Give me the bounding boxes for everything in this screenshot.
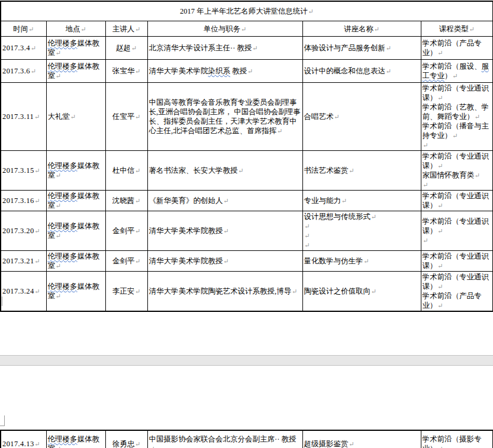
text-run: 北京清华大学设计系主任·· 教授	[149, 44, 252, 52]
table-title[interactable]: 2017 年上半年北艺名师大讲堂信息统计↵	[1, 1, 493, 21]
table-cell[interactable]: 清华大学美术学院教授↵	[147, 251, 302, 272]
return-mark: ↵	[55, 232, 61, 239]
table-cell[interactable]: 赵超↵	[105, 37, 147, 60]
table-cell[interactable]: 学术前沿（专业通识课）↵学术前沿（产品专业）↵	[421, 272, 493, 312]
paragraph: 中国摄影协会家联合会北京分会副主席·· 教授↵	[149, 434, 301, 448]
return-mark: ↵	[134, 25, 140, 33]
table-cell[interactable]: 2017.3.15↵	[1, 151, 46, 191]
table-cell[interactable]: 2017.3.20↵	[1, 211, 46, 251]
text-run: 学术前沿（专业通识课）	[423, 217, 489, 235]
table-cell[interactable]: 伦理楼多媒体教室↵	[46, 272, 105, 312]
table-cell[interactable]: 伦理楼多媒体教室↵	[46, 251, 105, 272]
table-cell[interactable]: 量化数学与仿生学↵	[302, 251, 421, 272]
table-cell[interactable]: 清华大学美术学院陶瓷艺术设计系教授,博导↵	[147, 272, 302, 312]
table-cell[interactable]: 伦理楼多媒体教室↵	[46, 191, 105, 211]
paragraph: 量化数学与仿生学↵	[304, 256, 420, 266]
paragraph: 设计思想与传统形式↵	[304, 212, 420, 221]
table-cell[interactable]: 徐勇忠↵	[105, 430, 147, 448]
column-header-time[interactable]: 时间↵	[1, 21, 46, 37]
table-cell[interactable]: 学术前沿（专业通识课）↵	[421, 251, 493, 272]
table-cell[interactable]: 2017.3.11↵	[1, 83, 46, 151]
table-cell[interactable]: 书法艺术鉴赏↵	[302, 151, 421, 191]
paragraph: 张宝华↵	[107, 66, 146, 76]
table-cell[interactable]: 张宝华↵	[105, 60, 147, 83]
return-mark: ↵	[55, 49, 61, 56]
table-cell[interactable]: 学术前沿（摄影专业）↵	[421, 430, 493, 448]
table-cell[interactable]: 李正安↵	[105, 272, 147, 312]
text-run: 设计中的概念和信息表达	[304, 67, 386, 75]
text-run: 2017.3.11	[2, 112, 34, 121]
return-mark: ↵	[437, 94, 443, 101]
table-cell[interactable]: 设计思想与传统形式↵↵↵↵	[302, 211, 421, 251]
return-mark: ↵	[349, 440, 355, 447]
table-cell[interactable]: 2017.3.4↵	[1, 37, 46, 60]
table-cell[interactable]: 大礼堂↵	[46, 83, 105, 151]
table-cell[interactable]: 学术前沿（专业通识课）↵	[421, 191, 493, 211]
table-cell[interactable]: 任宝平↵	[105, 83, 147, 151]
text-run: 著名书法家、长安大学教授	[149, 166, 238, 175]
table-cell[interactable]: 金剑平↵	[105, 211, 147, 251]
paragraph: 书法艺术鉴赏↵	[304, 166, 420, 175]
return-mark: ↵	[291, 288, 297, 295]
table-cell[interactable]: 著名书法家、长安大学教授↵	[147, 151, 302, 191]
table-cell[interactable]: 中国摄影协会家联合会北京分会副主席·· 教授↵	[147, 430, 302, 448]
document-page: 2017 年上半年北艺名师大讲堂信息统计↵ 时间↵ 地点↵ 主讲人↵ 单位与职务…	[0, 0, 493, 448]
paragraph: 学术前沿（艺教、学前、舞蹈专业）↵	[423, 102, 492, 121]
table-cell[interactable]: 伦理楼多媒体教室↵	[46, 37, 105, 60]
table-cell[interactable]: 专业与能力↵	[302, 191, 421, 211]
paragraph: ↵	[423, 236, 492, 245]
table-cell[interactable]: 伦理楼多媒体教室↵	[46, 151, 105, 191]
table-cell[interactable]: 伦理楼多媒体教室↵	[46, 430, 105, 448]
table-cell[interactable]: 学术前沿（专业通识课）↵学术前沿（艺教、学前、舞蹈专业）↵学术前沿（播音与主持专…	[421, 83, 493, 151]
table-cell[interactable]: 陶瓷设计之价值取向↵	[302, 272, 421, 312]
table-cell[interactable]: 2017.3.24↵	[1, 272, 46, 312]
return-mark: ↵	[304, 232, 310, 239]
table-cell[interactable]: 中国高等教育学会音乐教育专业委员会副理事长,亚洲合唱协会副主席， 中国合唱协会副…	[147, 83, 302, 151]
table-row: 2017.4.13↵伦理楼多媒体教室↵徐勇忠↵中国摄影协会家联合会北京分会副主席…	[1, 430, 493, 448]
return-mark: ↵	[238, 167, 244, 174]
column-header-unit-title[interactable]: 单位与职务↵	[147, 21, 302, 37]
table-cell[interactable]: 2017.4.13↵	[1, 430, 46, 448]
table-cell[interactable]: 设计中的概念和信息表达↵	[302, 60, 421, 83]
table-cell[interactable]: 杜中信↵	[105, 151, 147, 191]
table-cell[interactable]: 学术前沿（专业通识课）↵家国情怀教育类↵↵	[421, 151, 493, 191]
table-row: 2017.3.4↵伦理楼多媒体教室↵赵超↵北京清华大学设计系主任·· 教授↵体验…	[1, 37, 493, 60]
table-row: 2017.3.24↵伦理楼多媒体教室↵李正安↵清华大学美术学院陶瓷艺术设计系教授…	[1, 272, 493, 312]
table-cell[interactable]: 沈晓茜↵	[105, 191, 147, 211]
text-run: 2017.3.15	[2, 166, 34, 175]
table-title-row: 2017 年上半年北艺名师大讲堂信息统计↵	[1, 1, 493, 21]
table-cell[interactable]: 学术前沿（专业通识课）↵↵	[421, 211, 493, 251]
table-cell[interactable]: 伦理楼多媒体教室↵	[46, 60, 105, 83]
table-cell[interactable]: 超级摄影鉴赏↵	[302, 430, 421, 448]
table-cell[interactable]: 伦理楼多媒体教室↵	[46, 211, 105, 251]
table-cell[interactable]: 《新华美育》的创始人↵	[147, 191, 302, 211]
table-cell[interactable]: 2017.3.6↵	[1, 60, 46, 83]
table-cell[interactable]: 金剑平↵	[105, 251, 147, 272]
table-cell[interactable]: 2017.3.21↵	[1, 251, 46, 272]
table-cell[interactable]: 北京清华大学设计系主任·· 教授↵	[147, 37, 302, 60]
return-mark: ↵	[437, 283, 443, 290]
column-header-lecture-name[interactable]: 讲座名称↵	[302, 21, 421, 37]
table-cell[interactable]: 体验设计与产品服务创新↵	[302, 37, 421, 60]
column-header-course-type[interactable]: 课程类型↵	[421, 21, 493, 37]
return-mark: ↵	[55, 445, 61, 448]
table-cell[interactable]: 合唱艺术↵	[302, 83, 421, 151]
return-mark: ↵	[370, 213, 376, 220]
spellcheck-wavy-text: 伦理楼多	[48, 435, 78, 443]
return-mark: ↵	[437, 445, 443, 448]
table-cell[interactable]: 清华大学美术学院染织系 教授↵	[147, 60, 302, 83]
paragraph: 徐勇忠↵	[107, 439, 146, 448]
column-header-speaker[interactable]: 主讲人↵	[105, 21, 147, 37]
lecture-info-table-continued: 2017.4.13↵伦理楼多媒体教室↵徐勇忠↵中国摄影协会家联合会北京分会副主席…	[0, 430, 493, 448]
paragraph: 伦理楼多媒体教室↵	[48, 282, 104, 301]
table-row: 2017.3.15↵伦理楼多媒体教室↵杜中信↵著名书法家、长安大学教授↵书法艺术…	[1, 151, 493, 191]
paragraph: 合唱艺术↵	[304, 112, 420, 121]
table-cell[interactable]: 学术前沿（服设、服工专业）↵	[421, 60, 493, 83]
table-cell[interactable]: 学术前沿（产品专业）↵	[421, 37, 493, 60]
return-mark: ↵	[34, 197, 41, 204]
paragraph: 伦理楼多媒体教室↵	[48, 62, 104, 80]
column-header-location[interactable]: 地点↵	[46, 21, 105, 37]
table-cell[interactable]: 清华大学美术学院教授↵	[147, 211, 302, 251]
table-cell[interactable]: 2017.3.16↵	[1, 191, 46, 211]
paragraph: 任宝平↵	[107, 112, 146, 121]
